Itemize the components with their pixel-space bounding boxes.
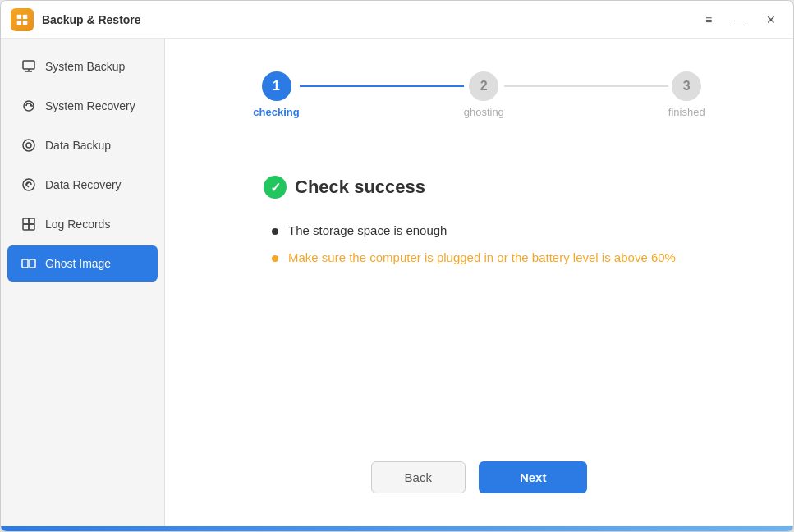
content-area: 1 checking 2 ghosting: [165, 39, 793, 526]
sidebar-label-data-backup: Data Backup: [45, 139, 111, 152]
success-check-icon: ✓: [264, 176, 287, 199]
step-2: 2 ghosting: [464, 71, 504, 118]
bullet-orange-icon: [272, 255, 278, 262]
svg-rect-9: [23, 218, 29, 224]
step-line-2: [504, 85, 668, 87]
sidebar-label-data-recovery: Data Recovery: [45, 178, 122, 191]
svg-rect-2: [17, 20, 21, 24]
data-recovery-icon: [21, 177, 37, 193]
svg-rect-3: [23, 20, 27, 24]
main-layout: System Backup System Recovery: [1, 39, 793, 526]
bottom-accent: [1, 526, 793, 531]
step-3: 3 finished: [668, 71, 705, 118]
app-title: Backup & Restore: [42, 13, 696, 26]
check-item-storage-text: The storage space is enough: [288, 223, 447, 237]
svg-rect-12: [29, 224, 34, 230]
button-row: Back Next: [214, 461, 744, 493]
step-1-label: checking: [253, 106, 299, 118]
sidebar-label-system-backup: System Backup: [45, 60, 125, 73]
system-recovery-icon: [21, 98, 37, 114]
svg-point-8: [23, 179, 34, 190]
svg-point-6: [23, 140, 34, 151]
step-3-circle: 3: [672, 71, 701, 101]
bullet-black-icon: [272, 228, 278, 235]
sidebar-label-system-recovery: System Recovery: [45, 99, 135, 112]
close-button[interactable]: ✕: [759, 10, 783, 30]
check-item-storage: The storage space is enough: [272, 223, 695, 237]
step-line-1: [300, 85, 464, 87]
result-area: ✓ Check success The storage space is eno…: [214, 159, 744, 429]
sidebar-item-data-backup[interactable]: Data Backup: [7, 127, 158, 163]
minimize-button[interactable]: —: [727, 10, 752, 30]
step-2-label: ghosting: [464, 106, 504, 118]
sidebar-item-ghost-image[interactable]: Ghost Image: [7, 245, 158, 282]
sidebar-label-log-records: Log Records: [45, 218, 110, 231]
check-items-list: The storage space is enough Make sure th…: [272, 223, 695, 264]
svg-rect-0: [17, 14, 21, 18]
svg-rect-10: [29, 218, 34, 224]
step-1: 1 checking: [253, 71, 299, 118]
back-button[interactable]: Back: [371, 461, 466, 493]
step-3-label: finished: [668, 106, 705, 118]
app-logo: [11, 8, 34, 31]
success-title: ✓ Check success: [264, 176, 695, 199]
sidebar-label-ghost-image: Ghost Image: [45, 257, 111, 270]
system-backup-icon: [21, 58, 37, 75]
check-item-battery-text: Make sure the computer is plugged in or …: [288, 250, 676, 264]
svg-rect-11: [23, 224, 29, 230]
next-button[interactable]: Next: [479, 461, 588, 493]
sidebar-item-log-records[interactable]: Log Records: [7, 206, 158, 242]
sidebar-item-system-backup[interactable]: System Backup: [7, 48, 158, 85]
ghost-image-icon: [21, 255, 37, 272]
log-records-icon: [21, 216, 37, 232]
step-1-circle: 1: [262, 71, 291, 101]
window-controls: ≡ — ✕: [696, 10, 783, 30]
success-title-text: Check success: [295, 177, 425, 198]
svg-rect-13: [22, 259, 28, 268]
sidebar-item-system-recovery[interactable]: System Recovery: [7, 88, 158, 124]
step-2-circle: 2: [469, 71, 498, 101]
check-item-battery: Make sure the computer is plugged in or …: [272, 250, 695, 264]
data-backup-icon: [21, 137, 37, 154]
svg-point-7: [26, 143, 31, 148]
svg-rect-1: [23, 14, 27, 18]
svg-rect-4: [23, 61, 34, 69]
sidebar-item-data-recovery[interactable]: Data Recovery: [7, 167, 158, 203]
titlebar: Backup & Restore ≡ — ✕: [1, 1, 793, 39]
stepper: 1 checking 2 ghosting: [214, 71, 744, 118]
sidebar: System Backup System Recovery: [1, 39, 165, 526]
svg-rect-14: [30, 259, 35, 268]
menu-button[interactable]: ≡: [696, 10, 721, 30]
